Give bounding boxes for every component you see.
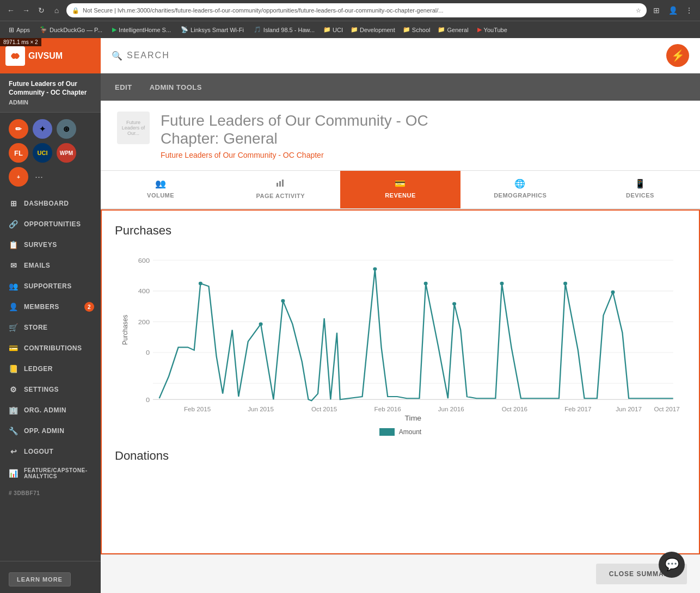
svg-text:Feb 2017: Feb 2017 — [564, 406, 591, 412]
members-icon: 👤 — [9, 302, 19, 312]
address-bar[interactable]: 🔒 Not Secure | lvh.me:3000/charities/fut… — [66, 3, 647, 17]
sidebar-item-supporters[interactable]: 👥 SUPPORTERS — [0, 276, 101, 296]
legend-label: Amount — [399, 428, 421, 436]
browser-chrome: ← → ↻ ⌂ 🔒 Not Secure | lvh.me:3000/chari… — [0, 0, 700, 38]
purchases-chart-area: 600 400 200 0 0 Purchases Feb 2015 Jun 2… — [115, 249, 686, 423]
youtube-icon: ▶ — [477, 26, 482, 33]
contributions-icon: 💳 — [9, 343, 19, 353]
menu-button[interactable]: ⋮ — [683, 4, 696, 17]
sidebar-item-store[interactable]: 🛒 STORE — [0, 317, 101, 338]
bookmark-youtube[interactable]: ▶ YouTube — [473, 25, 512, 34]
extensions-button[interactable]: ⊞ — [650, 4, 663, 17]
sidebar-nav: ⊞ DASHBOARD 🔗 OPPORTUNITIES 📋 SURVEYS ✉ … — [0, 193, 101, 561]
avatar-uci[interactable]: UCI — [33, 143, 52, 163]
svg-text:600: 600 — [138, 257, 150, 264]
refresh-button[interactable]: ↻ — [35, 4, 48, 17]
members-badge: 2 — [84, 302, 94, 312]
tab-demographics[interactable]: 🌐 DEMOGRAPHICS — [460, 171, 580, 208]
avatar-1[interactable]: ✦ — [33, 119, 52, 139]
profile-button[interactable]: 👤 — [666, 4, 679, 17]
svg-text:Purchases: Purchases — [121, 314, 130, 344]
sidebar-item-opp-admin[interactable]: 🔧 OPP. ADMIN — [0, 421, 101, 441]
sidebar-item-ledger[interactable]: 📒 LEDGER — [0, 359, 101, 379]
tab-devices[interactable]: 📱 DEVICES — [580, 171, 700, 208]
bookmark-uci[interactable]: 📁 UCI — [320, 25, 346, 34]
surveys-icon: 📋 — [9, 240, 19, 250]
sidebar-item-members[interactable]: 👤 MEMBERS 2 — [0, 296, 101, 317]
page-title-line1: Future Leaders of Our Community - OC — [161, 112, 684, 130]
forward-button[interactable]: → — [20, 4, 33, 17]
chat-button[interactable]: 💬 — [659, 552, 685, 578]
svg-text:Oct 2016: Oct 2016 — [502, 406, 527, 412]
page-activity-tab-icon — [276, 178, 285, 189]
sidebar-item-surveys[interactable]: 📋 SURVEYS — [0, 234, 101, 255]
opportunities-icon: 🔗 — [9, 219, 19, 229]
avatar-wpm[interactable]: WPM — [57, 143, 76, 163]
svg-text:Oct 2017: Oct 2017 — [654, 406, 679, 412]
givsum-logo: GIVSUM — [5, 46, 63, 66]
tab-volume[interactable]: 👥 VOLUME — [101, 171, 220, 208]
bookmark-apps[interactable]: ⊞ Apps — [4, 25, 34, 35]
nav-edit[interactable]: EDIT — [112, 83, 136, 91]
volume-tab-icon: 👥 — [155, 178, 167, 189]
bookmark-general[interactable]: 📁 General — [434, 25, 471, 34]
svg-point-25 — [199, 281, 202, 285]
nav-admin-tools[interactable]: ADMIN TOOLS — [146, 83, 205, 91]
linksys-icon: 📡 — [181, 26, 188, 33]
sidebar-item-emails[interactable]: ✉ EMAILS — [0, 255, 101, 276]
org-link[interactable]: Future Leaders of Our Community - OC Cha… — [161, 151, 684, 159]
more-avatars[interactable]: ··· — [35, 171, 43, 183]
close-summary-bar: CLOSE SUMMARY — [101, 554, 700, 593]
svg-text:Feb 2016: Feb 2016 — [374, 406, 401, 412]
island985-icon: 🎵 — [254, 26, 261, 33]
browser-actions[interactable]: ⊞ 👤 ⋮ — [650, 4, 696, 17]
svg-rect-1 — [279, 181, 281, 187]
tab-revenue[interactable]: 💳 REVENUE — [340, 171, 460, 208]
avatar-orange2[interactable]: FL — [9, 143, 28, 163]
sidebar-item-org-admin[interactable]: 🏢 ORG. ADMIN — [0, 400, 101, 421]
sidebar-item-dashboard[interactable]: ⊞ DASHBOARD — [0, 193, 101, 214]
chart-legend: Amount — [115, 428, 686, 436]
browser-nav-buttons[interactable]: ← → ↻ ⌂ — [4, 4, 63, 17]
back-button[interactable]: ← — [4, 4, 17, 17]
avatar-extra[interactable]: + — [9, 167, 28, 187]
main-content: 🔍 ⚡ EDIT ADMIN TOOLS Future Leaders of O… — [101, 38, 700, 593]
home-button[interactable]: ⌂ — [50, 4, 63, 17]
bookmark-development[interactable]: 📁 Development — [347, 25, 398, 34]
search-input[interactable] — [127, 51, 660, 60]
chart-wrapper: Purchases 600 400 200 0 — [102, 211, 699, 476]
bookmark-school[interactable]: 📁 School — [400, 25, 434, 34]
sidebar-item-logout[interactable]: ↩ LOGOUT — [0, 441, 101, 462]
svg-rect-2 — [282, 180, 284, 187]
sidebar-item-settings[interactable]: ⚙ SETTINGS — [0, 379, 101, 400]
folder-icon: 📁 — [403, 26, 410, 33]
svg-text:200: 200 — [138, 318, 150, 325]
svg-point-28 — [373, 267, 377, 270]
bookmarks-bar: ⊞ Apps 🦆 DuckDuckGo — P... ▶ Intelligent… — [0, 21, 700, 38]
flash-button[interactable]: ⚡ — [666, 44, 689, 67]
sidebar-item-contributions[interactable]: 💳 CONTRIBUTIONS — [0, 338, 101, 359]
avatar-edit[interactable]: ✏ — [9, 119, 28, 139]
svg-text:Jun 2015: Jun 2015 — [248, 406, 274, 412]
bookmark-island985[interactable]: 🎵 Island 98.5 - Haw... — [249, 25, 319, 34]
bookmark-linksys[interactable]: 📡 Linksys Smart Wi-Fi — [176, 25, 248, 34]
sidebar-org-info: Future Leaders of Our Community - OC Cha… — [0, 73, 101, 113]
tab-page-activity[interactable]: PAGE ACTIVITY — [220, 171, 340, 208]
org-preview-thumbnail: Future Leaders of Our... — [117, 112, 150, 144]
apps-icon: ⊞ — [9, 26, 14, 34]
tab-devices-label: DEVICES — [626, 192, 654, 199]
dashboard-icon: ⊞ — [9, 199, 19, 208]
svg-text:400: 400 — [138, 287, 150, 294]
avatar-2[interactable]: ⊛ — [57, 119, 76, 139]
folder-icon: 📁 — [438, 26, 445, 33]
learn-more-button[interactable]: LEARN MORE — [9, 572, 71, 586]
bookmark-duckduckgo[interactable]: 🦆 DuckDuckGo — P... — [35, 25, 107, 34]
sidebar-item-feature-analytics[interactable]: 📊 FEATURE/CAPSTONE-ANALYTICS — [0, 462, 101, 485]
svg-text:Feb 2015: Feb 2015 — [184, 406, 211, 412]
sidebar-item-opportunities[interactable]: 🔗 OPPORTUNITIES — [0, 214, 101, 234]
chart-section: Purchases 600 400 200 0 — [101, 209, 700, 554]
search-icon: 🔍 — [112, 51, 122, 61]
supporters-icon: 👥 — [9, 281, 19, 291]
bookmark-intelligenthome[interactable]: ▶ IntelligentHome S... — [108, 25, 175, 34]
content-title-area: Future Leaders of Our Community - OC Cha… — [161, 112, 684, 159]
